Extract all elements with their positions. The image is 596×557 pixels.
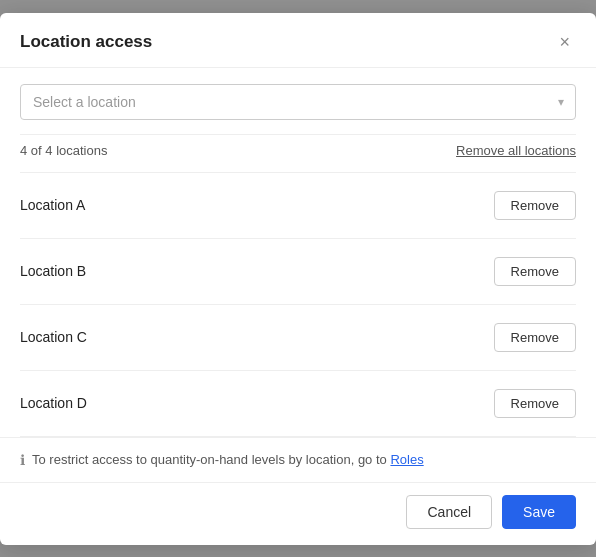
remove-location-d-button[interactable]: Remove — [494, 389, 576, 418]
save-button[interactable]: Save — [502, 495, 576, 529]
info-icon: ℹ — [20, 452, 25, 468]
locations-meta: 4 of 4 locations Remove all locations — [20, 134, 576, 168]
modal-body: Select a location ▾ 4 of 4 locations Rem… — [0, 68, 596, 437]
cancel-button[interactable]: Cancel — [406, 495, 492, 529]
footer-info-text: To restrict access to quantity-on-hand l… — [32, 452, 424, 467]
footer-info: ℹ To restrict access to quantity-on-hand… — [0, 437, 596, 482]
location-access-modal: Location access × Select a location ▾ 4 … — [0, 13, 596, 545]
footer-text-static: To restrict access to quantity-on-hand l… — [32, 452, 387, 467]
table-row: Location B Remove — [20, 239, 576, 305]
remove-location-c-button[interactable]: Remove — [494, 323, 576, 352]
location-name: Location D — [20, 395, 87, 411]
locations-count: 4 of 4 locations — [20, 143, 107, 158]
location-name: Location B — [20, 263, 86, 279]
close-button[interactable]: × — [553, 31, 576, 53]
table-row: Location D Remove — [20, 371, 576, 437]
remove-location-b-button[interactable]: Remove — [494, 257, 576, 286]
modal-header: Location access × — [0, 13, 596, 68]
location-name: Location A — [20, 197, 85, 213]
location-name: Location C — [20, 329, 87, 345]
roles-link[interactable]: Roles — [390, 452, 423, 467]
table-row: Location A Remove — [20, 173, 576, 239]
table-row: Location C Remove — [20, 305, 576, 371]
remove-all-locations-button[interactable]: Remove all locations — [456, 143, 576, 158]
modal-title: Location access — [20, 32, 152, 52]
modal-actions: Cancel Save — [0, 482, 596, 545]
modal-overlay: Location access × Select a location ▾ 4 … — [0, 0, 596, 557]
location-select[interactable]: Select a location — [20, 84, 576, 120]
location-list: Location A Remove Location B Remove Loca… — [20, 172, 576, 437]
location-select-wrapper: Select a location ▾ — [20, 84, 576, 120]
remove-location-a-button[interactable]: Remove — [494, 191, 576, 220]
